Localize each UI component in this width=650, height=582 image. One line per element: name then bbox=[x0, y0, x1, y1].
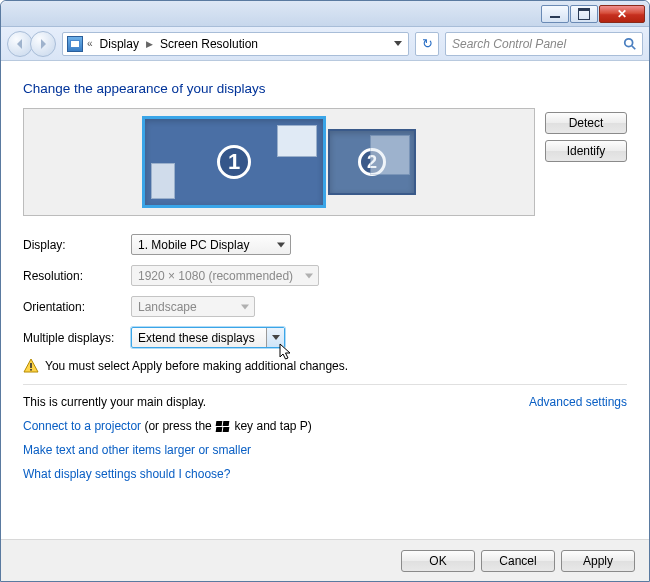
divider bbox=[23, 384, 627, 385]
identify-button[interactable]: Identify bbox=[545, 140, 627, 162]
monitor-1-number: 1 bbox=[217, 145, 251, 179]
arrow-left-icon bbox=[14, 38, 26, 50]
settings-form: Display: 1. Mobile PC Display Resolution… bbox=[23, 234, 627, 348]
which-settings-link[interactable]: What display settings should I choose? bbox=[23, 467, 230, 481]
resolution-row: Resolution: 1920 × 1080 (recommended) bbox=[23, 265, 627, 286]
multiple-displays-select[interactable]: Extend these displays bbox=[131, 327, 285, 348]
warning-text: You must select Apply before making addi… bbox=[45, 359, 348, 373]
side-buttons: Detect Identify bbox=[545, 108, 627, 162]
mon1-taskbar-icon bbox=[151, 163, 175, 199]
monitor-1[interactable]: 1 bbox=[142, 116, 326, 208]
mon2-window-icon bbox=[370, 135, 410, 175]
nav-buttons bbox=[7, 31, 56, 57]
orientation-row: Orientation: Landscape bbox=[23, 296, 627, 317]
orientation-select-value: Landscape bbox=[138, 300, 197, 314]
multiple-displays-row: Multiple displays: Extend these displays bbox=[23, 327, 627, 348]
breadcrumb-display[interactable]: Display bbox=[97, 37, 142, 51]
projector-suffix-a: (or press the bbox=[141, 419, 215, 433]
minimize-button[interactable] bbox=[541, 5, 569, 23]
advanced-settings-link[interactable]: Advanced settings bbox=[529, 395, 627, 409]
apply-button[interactable]: Apply bbox=[561, 550, 635, 572]
main-display-text: This is currently your main display. bbox=[23, 395, 206, 409]
detect-button[interactable]: Detect bbox=[545, 112, 627, 134]
window: ✕ « Display ▶ Screen Resolution ↻ Search… bbox=[0, 0, 650, 582]
maximize-button[interactable] bbox=[570, 5, 598, 23]
resolution-select: 1920 × 1080 (recommended) bbox=[131, 265, 319, 286]
connect-projector-link[interactable]: Connect to a projector bbox=[23, 419, 141, 433]
refresh-icon: ↻ bbox=[422, 36, 433, 51]
projector-row: Connect to a projector (or press the key… bbox=[23, 419, 627, 433]
arrow-right-icon bbox=[37, 38, 49, 50]
dropdown-icon bbox=[241, 304, 249, 309]
forward-button[interactable] bbox=[30, 31, 56, 57]
display-select-value: 1. Mobile PC Display bbox=[138, 238, 249, 252]
chevrons-icon: « bbox=[87, 38, 93, 49]
warning-icon bbox=[23, 358, 39, 374]
dropdown-icon bbox=[277, 242, 285, 247]
resolution-label: Resolution: bbox=[23, 269, 131, 283]
search-input[interactable]: Search Control Panel bbox=[445, 32, 643, 56]
multiple-displays-value: Extend these displays bbox=[138, 331, 255, 345]
svg-line-1 bbox=[632, 45, 636, 49]
display-preview-row: 1 2 Detect Identify bbox=[23, 108, 627, 216]
footer: OK Cancel Apply bbox=[1, 539, 649, 581]
cursor-icon bbox=[279, 343, 293, 361]
display-label: Display: bbox=[23, 238, 131, 252]
mon1-window-icon bbox=[277, 125, 317, 157]
search-placeholder: Search Control Panel bbox=[452, 37, 566, 51]
display-select[interactable]: 1. Mobile PC Display bbox=[131, 234, 291, 255]
orientation-label: Orientation: bbox=[23, 300, 131, 314]
display-preview[interactable]: 1 2 bbox=[23, 108, 535, 216]
monitor-2[interactable]: 2 bbox=[328, 129, 416, 195]
dropdown-icon bbox=[305, 273, 313, 278]
projector-suffix-b: key and tap P) bbox=[231, 419, 312, 433]
multiple-displays-label: Multiple displays: bbox=[23, 331, 131, 345]
warning-row: You must select Apply before making addi… bbox=[23, 358, 627, 374]
ok-button[interactable]: OK bbox=[401, 550, 475, 572]
larger-text-link[interactable]: Make text and other items larger or smal… bbox=[23, 443, 251, 457]
search-icon bbox=[623, 37, 637, 51]
resolution-select-value: 1920 × 1080 (recommended) bbox=[138, 269, 293, 283]
page-title: Change the appearance of your displays bbox=[23, 81, 627, 96]
svg-rect-3 bbox=[30, 369, 32, 371]
refresh-button[interactable]: ↻ bbox=[415, 32, 439, 56]
svg-point-0 bbox=[625, 38, 633, 46]
svg-rect-2 bbox=[30, 363, 32, 368]
breadcrumb-screen-resolution[interactable]: Screen Resolution bbox=[157, 37, 261, 51]
orientation-select: Landscape bbox=[131, 296, 255, 317]
display-row: Display: 1. Mobile PC Display bbox=[23, 234, 627, 255]
breadcrumb[interactable]: « Display ▶ Screen Resolution bbox=[62, 32, 409, 56]
larger-text-row: Make text and other items larger or smal… bbox=[23, 443, 627, 457]
which-settings-row: What display settings should I choose? bbox=[23, 467, 627, 481]
cancel-button[interactable]: Cancel bbox=[481, 550, 555, 572]
content-area: Change the appearance of your displays 1… bbox=[1, 61, 649, 581]
windows-key-icon bbox=[216, 421, 230, 433]
chevron-down-icon bbox=[394, 41, 402, 46]
titlebar: ✕ bbox=[1, 1, 649, 27]
chevron-right-icon: ▶ bbox=[146, 39, 153, 49]
address-bar: « Display ▶ Screen Resolution ↻ Search C… bbox=[1, 27, 649, 61]
breadcrumb-dropdown[interactable] bbox=[394, 41, 404, 46]
close-button[interactable]: ✕ bbox=[599, 5, 645, 23]
main-display-row: This is currently your main display. Adv… bbox=[23, 395, 627, 409]
display-icon bbox=[67, 36, 83, 52]
dropdown-icon bbox=[272, 335, 280, 340]
